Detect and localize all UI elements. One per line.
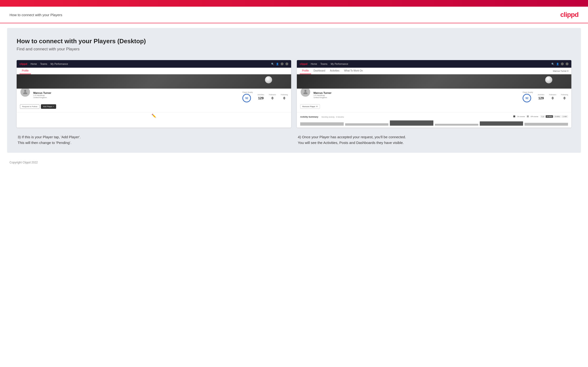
folg-value-left: 0 (281, 96, 288, 100)
stats-left: Player Quality 92 Activities 129 Followe… (242, 87, 288, 102)
screenshot-right: clippd Home Teams My Performance 🔍 👤 Pro… (297, 60, 571, 128)
mock-nav-teams-left: Teams (40, 63, 47, 65)
mock-tabs-left: Profile (17, 68, 291, 74)
mock-profile-left: Marcus Turner 1-5 Handicap United Kingdo… (17, 89, 291, 112)
period-3mths[interactable]: 3 mths (553, 115, 561, 118)
bar-4 (435, 124, 478, 126)
mock-nav-home-left: Home (30, 63, 37, 65)
activity-subtitle-text: Monthly Activity · 6 Months (321, 116, 344, 118)
description-left: 3) If this is your Player tap, 'Add Play… (17, 134, 291, 146)
logo: clippd (560, 11, 579, 18)
mock-nav-right: clippd Home Teams My Performance 🔍 👤 (297, 60, 571, 68)
desc-text-right: 4) Once your Player has accepted your re… (298, 134, 571, 146)
remove-x-icon: ✕ (316, 106, 318, 108)
activity-title-text: Activity Summary (300, 116, 318, 118)
bar-2 (345, 123, 389, 126)
quality-label-right: Player Quality (523, 92, 533, 93)
profile-top-left: Marcus Turner 1-5 Handicap United Kingdo… (20, 87, 288, 102)
bar-1 (300, 122, 344, 126)
mock-divider-left: ✏️ (17, 112, 291, 119)
tab-dashboard-right[interactable]: Dashboard (311, 68, 328, 74)
legend-on-label: On course (517, 116, 525, 117)
bar-5 (480, 121, 523, 126)
page-subtitle: Find and connect with your Players (17, 47, 571, 51)
nav-circle-left (281, 62, 284, 65)
search-icon-left: 🔍 (271, 63, 274, 65)
nav-circle2-right (566, 62, 569, 65)
fol-label-left: Followers (269, 94, 276, 95)
legend-on-dot (513, 116, 515, 117)
user-name-left: Marcus Turner (33, 92, 51, 94)
svg-point-1 (304, 90, 307, 92)
description-right: 4) Once your Player has accepted your re… (297, 134, 571, 146)
act-label-right: Activities (538, 94, 545, 95)
quality-label-left: Player Quality (242, 92, 253, 93)
quality-circle-left: 92 (242, 94, 251, 102)
folg-label-left: Following (281, 94, 288, 95)
user-handicap-right: 1-5 Handicap (313, 94, 332, 96)
copyright-text: Copyright Clippd 2022 (9, 161, 38, 164)
period-1yr[interactable]: 1 yr (540, 115, 545, 118)
quality-circle-right: 92 (523, 94, 531, 102)
edit-icon-left: ✏️ (152, 114, 156, 118)
mock-nav-left: clippd Home Teams My Performance 🔍 👤 (17, 60, 291, 68)
fol-label-right: Followers (549, 94, 556, 95)
quality-wrap-right: Player Quality 92 (523, 92, 533, 102)
period-buttons: 1 yr 6 mths 3 mths 1 mth (540, 115, 568, 118)
header-title: How to connect with your Players (9, 13, 62, 17)
footer: Copyright Clippd 2022 (0, 158, 588, 169)
search-icon-right: 🔍 (551, 63, 554, 65)
mock-nav-right-right: 🔍 👤 (551, 62, 569, 65)
mock-activity-right: Activity Summary Monthly Activity · 6 Mo… (297, 112, 571, 128)
fol-value-left: 0 (269, 96, 276, 100)
fol-value-right: 0 (549, 96, 556, 100)
folg-label-right: Following (561, 94, 568, 95)
activity-title-right: Activity Summary Monthly Activity · 6 Mo… (300, 114, 344, 118)
user-icon-right: 👤 (556, 63, 559, 65)
following-stat-left: Following 0 (281, 94, 288, 100)
screenshots-row: clippd Home Teams My Performance 🔍 👤 Pro… (17, 60, 571, 128)
top-bar (0, 0, 588, 7)
followers-stat-right: Followers 0 (549, 94, 556, 100)
mock-nav-home-right: Home (311, 63, 317, 65)
user-location-left: United Kingdom (33, 96, 51, 99)
mock-tabs-right: Profile Dashboard Activities What To Wor… (297, 68, 571, 74)
nav-circle2-left (285, 62, 288, 65)
legend-off-dot (527, 116, 529, 117)
screenshot-left: clippd Home Teams My Performance 🔍 👤 Pro… (17, 60, 291, 128)
mock-nav-perf-right: My Performance (331, 63, 348, 65)
desc-text-left: 3) If this is your Player tap, 'Add Play… (17, 134, 290, 146)
remove-player-label: Remove Player (302, 106, 315, 108)
add-player-button[interactable]: Add Player + (41, 104, 56, 109)
mock-logo-right: clippd (300, 62, 307, 65)
period-6mths[interactable]: 6 mths (546, 115, 553, 118)
request-follow-button[interactable]: Request to Follow (20, 104, 40, 109)
tab-group-right: Profile Dashboard Activities What To Wor… (300, 68, 365, 74)
quality-wrap-left: Player Quality 92 (242, 92, 253, 102)
user-handicap-left: 1-5 Handicap (33, 94, 51, 96)
act-label-left: Activities (258, 94, 264, 95)
tab-profile-left[interactable]: Profile (19, 68, 31, 74)
profile-top-right: Marcus Turner 1-5 Handicap United Kingdo… (300, 87, 568, 102)
header: How to connect with your Players clippd (0, 7, 588, 23)
followers-stat-left: Followers 0 (269, 94, 276, 100)
action-buttons-right: Remove Player ✕ (300, 104, 568, 109)
period-1mth[interactable]: 1 mth (561, 115, 568, 118)
user-icon-left: 👤 (276, 63, 279, 65)
activities-stat-right: Activities 129 (538, 94, 545, 100)
stats-right: Player Quality 92 Activities 129 Followe… (523, 87, 568, 102)
tab-profile-right[interactable]: Profile (300, 68, 311, 74)
remove-player-button[interactable]: Remove Player ✕ (300, 104, 320, 109)
mock-profile-right: Marcus Turner 1-5 Handicap United Kingdo… (297, 89, 571, 112)
tab-activities-right[interactable]: Activities (328, 68, 342, 74)
activity-header-right: Activity Summary Monthly Activity · 6 Mo… (300, 114, 568, 118)
activities-stat-left: Activities 129 (258, 94, 264, 100)
act-value-right: 129 (538, 96, 545, 100)
mock-logo-left: clippd (19, 62, 27, 65)
tab-whattoon-right[interactable]: What To Work On (342, 68, 365, 74)
activity-controls-right: On course Off course 1 yr 6 mths 3 mths … (513, 115, 568, 118)
mock-nav-perf-left: My Performance (51, 63, 68, 65)
act-value-left: 129 (258, 96, 264, 100)
nav-circle-right (561, 62, 564, 65)
user-dropdown-right[interactable]: Marcus Turner ▾ (553, 70, 569, 72)
